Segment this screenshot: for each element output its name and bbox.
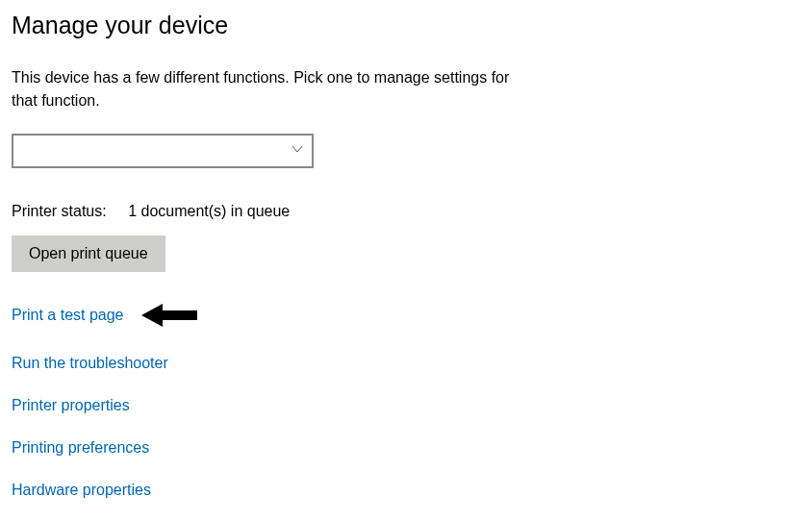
svg-marker-0 [141,304,197,327]
run-troubleshooter-link[interactable]: Run the troubleshooter [12,355,168,372]
printer-status-label: Printer status: [12,203,107,220]
page-title: Manage your device [12,12,800,39]
open-print-queue-button[interactable]: Open print queue [12,235,165,272]
printer-status-value: 1 document(s) in queue [128,203,290,219]
hardware-properties-link[interactable]: Hardware properties [12,482,151,499]
device-description: This device has a few different function… [12,66,512,112]
arrow-left-icon [141,301,197,330]
function-select-dropdown[interactable] [12,134,314,168]
print-test-page-link[interactable]: Print a test page [12,307,124,324]
printer-status-row: Printer status: 1 document(s) in queue [12,203,800,220]
printing-preferences-link[interactable]: Printing preferences [12,439,149,457]
chevron-down-icon [291,142,304,160]
printer-properties-link[interactable]: Printer properties [12,397,130,414]
